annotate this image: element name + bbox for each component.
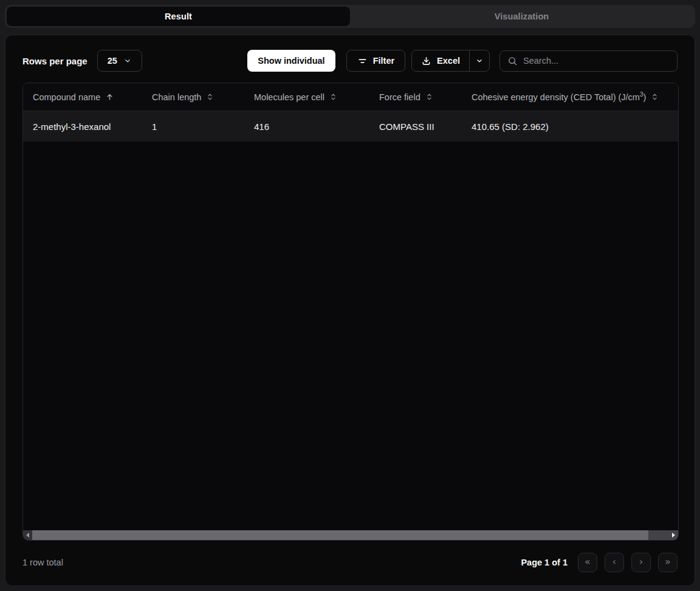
show-individual-button[interactable]: Show individual: [247, 50, 335, 72]
horizontal-scrollbar: [23, 530, 678, 540]
cell-cohesive-energy-density: 410.65 (SD: 2.962): [462, 111, 678, 142]
excel-split-button: Excel: [411, 50, 490, 72]
excel-export-button[interactable]: Excel: [412, 50, 469, 71]
search-icon: [507, 56, 518, 66]
column-label: Cohesive energy density (CED Total) (J/c…: [472, 92, 646, 102]
table-footer: 1 row total Page 1 of 1 « ‹ › »: [22, 553, 678, 572]
tab-result[interactable]: Result: [7, 7, 350, 26]
column-label: Force field: [379, 92, 420, 102]
scrollbar-thumb[interactable]: [32, 530, 648, 540]
cell-molecules-per-cell: 416: [244, 111, 369, 142]
scroll-left-button[interactable]: [23, 530, 32, 540]
excel-dropdown-button[interactable]: [470, 50, 489, 71]
column-label: Compound name: [33, 92, 100, 102]
rows-per-page-value: 25: [108, 56, 117, 66]
column-header-compound-name[interactable]: Compound name: [23, 83, 142, 111]
chevron-down-icon: [475, 56, 484, 65]
column-header-force-field[interactable]: Force field: [369, 83, 462, 111]
column-label: Chain length: [152, 92, 201, 102]
sort-toggle-icon: [329, 93, 337, 101]
rows-per-page-select[interactable]: 25: [97, 50, 142, 72]
download-icon: [421, 56, 431, 66]
search-box: [499, 50, 678, 72]
sort-ascending-icon: [105, 92, 114, 101]
scroll-right-button[interactable]: [648, 530, 678, 540]
chevron-down-icon: [123, 56, 132, 65]
page-indicator: Page 1 of 1: [521, 558, 568, 567]
column-header-chain-length[interactable]: Chain length: [142, 83, 244, 111]
previous-page-button[interactable]: ‹: [605, 553, 624, 572]
sort-toggle-icon: [651, 93, 659, 101]
table-header-row: Compound name Chain length Molecules per…: [23, 83, 678, 111]
result-panel: Rows per page 25 Show individual Filter: [5, 35, 695, 586]
column-label: Molecules per cell: [254, 92, 324, 102]
app-root: Result Visualization Rows per page 25 Sh…: [0, 0, 700, 591]
search-input[interactable]: [523, 56, 670, 66]
scroll-left-icon: [26, 533, 29, 538]
table-body-empty-area: [23, 142, 678, 530]
next-page-button[interactable]: ›: [631, 553, 651, 572]
cell-force-field: COMPASS III: [369, 111, 462, 142]
first-page-button[interactable]: «: [578, 553, 597, 572]
sort-toggle-icon: [206, 93, 214, 101]
filter-icon: [357, 56, 368, 66]
column-header-molecules-per-cell[interactable]: Molecules per cell: [244, 83, 369, 111]
tab-bar: Result Visualization: [5, 5, 695, 28]
excel-button-label: Excel: [437, 56, 460, 66]
cell-compound-name: 2-methyl-3-hexanol: [23, 111, 142, 142]
table-toolbar: Rows per page 25 Show individual Filter: [22, 50, 678, 72]
last-page-button[interactable]: »: [658, 553, 678, 572]
table-row[interactable]: 2-methyl-3-hexanol 1 416 COMPASS III 410…: [23, 111, 678, 142]
scroll-right-icon: [672, 533, 675, 538]
sort-toggle-icon: [425, 93, 433, 101]
filter-button-label: Filter: [373, 56, 394, 66]
filter-button[interactable]: Filter: [346, 50, 405, 72]
cell-chain-length: 1: [142, 111, 244, 142]
row-total-label: 1 row total: [22, 558, 63, 567]
column-header-cohesive-energy-density[interactable]: Cohesive energy density (CED Total) (J/c…: [462, 83, 678, 111]
results-table: Compound name Chain length Molecules per…: [22, 83, 679, 541]
tab-visualization[interactable]: Visualization: [350, 7, 693, 26]
rows-per-page-label: Rows per page: [22, 56, 88, 66]
